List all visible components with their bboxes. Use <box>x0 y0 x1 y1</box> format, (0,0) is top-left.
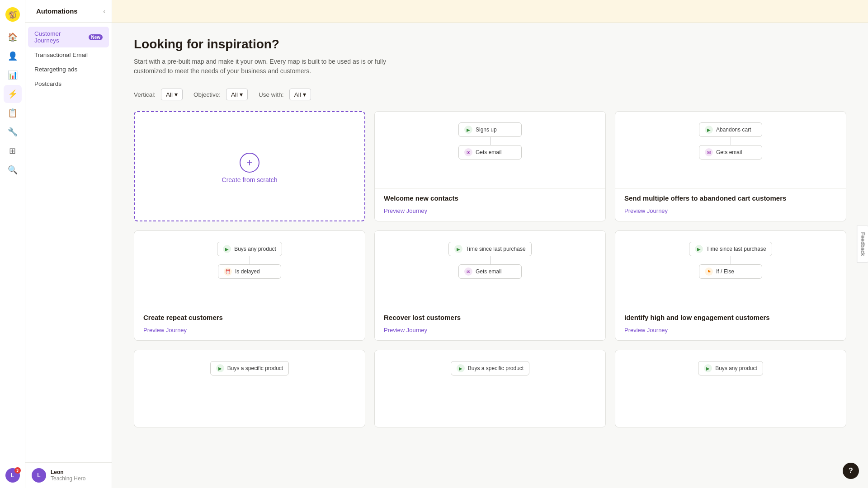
journey-footer-abandoned-cart: Send multiple offers to abandoned cart c… <box>615 188 846 221</box>
sidebar-item-retargeting-ads[interactable]: Retargeting ads <box>28 62 109 76</box>
nav-icon-analytics[interactable]: 📊 <box>4 66 22 84</box>
sidebar-collapse-button[interactable]: ‹ <box>103 8 105 15</box>
nav-icon-campaigns[interactable]: ⊞ <box>4 142 22 160</box>
scratch-preview: + Create from scratch <box>135 112 364 221</box>
app-logo[interactable]: 🐒 <box>5 7 20 22</box>
preview-journey-link[interactable]: Preview Journey <box>384 207 427 214</box>
flow-node: ▶ Buys a specific product <box>451 361 529 375</box>
nav-icon-automations[interactable]: ⚡ <box>4 85 22 103</box>
flow-node: ▶ Abandons cart <box>699 122 762 137</box>
flow-node: ▶ Time since last purchase <box>689 242 772 256</box>
user-name: Leon <box>51 469 85 475</box>
filters-bar: Vertical: All ▾ Objective: All ▾ Use wit… <box>134 89 846 100</box>
journey-preview-any-product-2: ▶ Buys any product <box>615 350 846 427</box>
objective-filter[interactable]: All ▾ <box>226 89 248 100</box>
journey-preview-abandoned-cart: ▶ Abandons cart ✉ Gets email <box>615 112 846 188</box>
flow-diagram-welcome: ▶ Signs up ✉ Gets email <box>384 122 596 160</box>
vertical-filter[interactable]: All ▾ <box>161 89 183 100</box>
journey-title: Create repeat customers <box>143 314 356 321</box>
flow-diagram-abandoned: ▶ Abandons cart ✉ Gets email <box>624 122 837 160</box>
journey-title: Send multiple offers to abandoned cart c… <box>624 194 837 202</box>
flow-node: ✉ Gets email <box>699 145 762 160</box>
use-with-label: Use with: <box>259 91 284 98</box>
flow-node: ▶ Buys any product <box>217 242 282 256</box>
flow-connector <box>490 256 491 264</box>
sidebar-footer: L Leon Teaching Hero <box>25 462 112 488</box>
flow-node: ▶ Signs up <box>458 122 522 137</box>
page-title: Looking for inspiration? <box>134 37 846 52</box>
nav-icon-home[interactable]: 🏠 <box>4 28 22 46</box>
journey-footer-repeat: Create repeat customers Preview Journey <box>134 308 365 340</box>
journey-preview-engagement: ▶ Time since last purchase ⚑ If / Else <box>615 231 846 308</box>
journey-card-recover-lost: ▶ Time since last purchase ✉ Gets email … <box>374 230 606 341</box>
sidebar-item-customer-journeys[interactable]: Customer Journeys New <box>28 27 109 47</box>
create-from-scratch-card[interactable]: + Create from scratch <box>134 111 365 221</box>
journey-card-engagement: ▶ Time since last purchase ⚑ If / Else I… <box>615 230 846 341</box>
sidebar-item-label: Transactional Email <box>34 52 88 58</box>
journey-card-repeat-customers: ▶ Buys any product ⏰ Is delayed Create r… <box>134 230 365 341</box>
new-badge: New <box>89 34 103 40</box>
main-content: Looking for inspiration? Start with a pr… <box>112 0 868 488</box>
trigger-icon: ▶ <box>464 126 472 134</box>
flow-connector <box>490 137 491 145</box>
sidebar-item-transactional-email[interactable]: Transactional Email <box>28 48 109 62</box>
flow-node: ⚑ If / Else <box>699 264 762 279</box>
trigger-icon: ▶ <box>704 364 712 372</box>
trigger-icon: ▶ <box>216 364 224 372</box>
preview-journey-link[interactable]: Preview Journey <box>143 327 187 333</box>
nav-icon-contacts[interactable]: 👤 <box>4 47 22 65</box>
flow-node: ✉ Gets email <box>458 145 522 160</box>
sidebar-item-postcards[interactable]: Postcards <box>28 77 109 91</box>
use-with-filter[interactable]: All ▾ <box>289 89 311 100</box>
vertical-label: Vertical: <box>134 91 156 98</box>
journey-footer-welcome: Welcome new contacts Preview Journey <box>375 188 605 221</box>
journey-preview-recover: ▶ Time since last purchase ✉ Gets email <box>375 231 605 308</box>
journey-footer-engagement: Identify high and low engagement custome… <box>615 308 846 340</box>
action-icon: ✉ <box>705 148 713 156</box>
journey-preview-specific-2: ▶ Buys a specific product <box>375 350 605 427</box>
action-icon: ✉ <box>464 148 472 156</box>
flow-connector <box>250 256 250 264</box>
scratch-label: Create from scratch <box>222 176 278 183</box>
sidebar-header: Automations ‹ <box>25 0 112 23</box>
page-subtitle: Start with a pre-built map and make it y… <box>134 57 414 76</box>
journey-preview-repeat: ▶ Buys any product ⏰ Is delayed <box>134 231 365 308</box>
feedback-tab[interactable]: Feedback <box>857 225 868 263</box>
notification-badge: 3 <box>14 467 21 474</box>
journey-title: Identify high and low engagement custome… <box>624 314 837 321</box>
user-info: Leon Teaching Hero <box>51 469 85 482</box>
trigger-icon: ▶ <box>705 126 713 134</box>
trigger-icon: ▶ <box>457 364 465 372</box>
journey-card-specific-1: ▶ Buys a specific product <box>134 350 365 427</box>
help-button[interactable]: ? <box>843 463 859 479</box>
preview-journey-link[interactable]: Preview Journey <box>624 207 668 214</box>
journey-title: Recover lost customers <box>384 314 596 321</box>
preview-journey-link[interactable]: Preview Journey <box>624 327 668 333</box>
journey-title: Welcome new contacts <box>384 194 596 202</box>
journey-grid: + Create from scratch ▶ Signs up ✉ <box>134 111 846 427</box>
flow-node: ▶ Time since last purchase <box>448 242 531 256</box>
nav-icon-integrations[interactable]: 🔧 <box>4 123 22 141</box>
journey-card-specific-2: ▶ Buys a specific product <box>374 350 606 427</box>
flow-diagram-repeat: ▶ Buys any product ⏰ Is delayed <box>143 242 356 279</box>
flow-connector <box>731 256 731 264</box>
flow-connector <box>731 137 731 145</box>
preview-journey-link[interactable]: Preview Journey <box>384 327 427 333</box>
journey-preview-welcome: ▶ Signs up ✉ Gets email <box>375 112 605 188</box>
action-icon: ⚑ <box>705 267 713 276</box>
user-avatar[interactable]: L <box>32 468 46 483</box>
flow-diagram-recover: ▶ Time since last purchase ✉ Gets email <box>384 242 596 279</box>
flow-diagram-specific-1: ▶ Buys a specific product <box>143 361 356 375</box>
nav-icon-content[interactable]: 📋 <box>4 104 22 122</box>
nav-icon-search[interactable]: 🔍 <box>4 161 22 179</box>
user-avatar-strip[interactable]: L 3 <box>5 468 20 483</box>
sidebar: Automations ‹ Customer Journeys New Tran… <box>25 0 112 488</box>
action-icon: ⏰ <box>224 267 232 276</box>
journey-preview-specific-1: ▶ Buys a specific product <box>134 350 365 427</box>
flow-diagram-specific-2: ▶ Buys a specific product <box>384 361 596 375</box>
sidebar-nav: Customer Journeys New Transactional Emai… <box>25 23 112 462</box>
trigger-icon: ▶ <box>454 245 462 253</box>
sidebar-title: Automations <box>36 7 103 15</box>
sidebar-item-label: Retargeting ads <box>34 66 77 73</box>
flow-diagram-any-product-2: ▶ Buys any product <box>624 361 837 375</box>
